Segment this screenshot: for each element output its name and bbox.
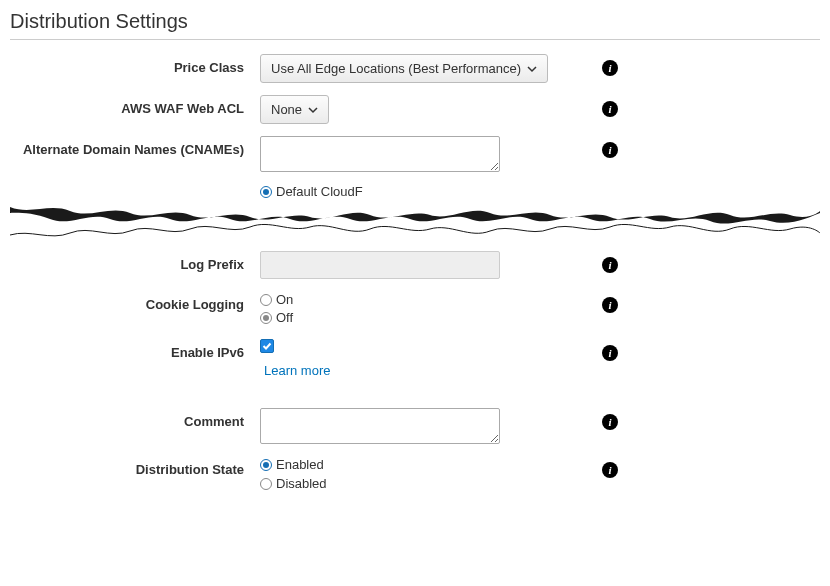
waf-value: None bbox=[271, 102, 302, 117]
learn-more-link[interactable]: Learn more bbox=[264, 363, 330, 378]
price-class-select[interactable]: Use All Edge Locations (Best Performance… bbox=[260, 54, 548, 83]
label-cookie-logging: Cookie Logging bbox=[10, 291, 260, 313]
label-price-class: Price Class bbox=[10, 54, 260, 76]
state-disabled-radio[interactable] bbox=[260, 478, 272, 490]
label-cnames: Alternate Domain Names (CNAMEs) bbox=[10, 136, 260, 158]
ssl-default-radio[interactable] bbox=[260, 186, 272, 198]
chevron-down-icon bbox=[527, 64, 537, 74]
label-comment: Comment bbox=[10, 408, 260, 430]
info-icon[interactable]: i bbox=[602, 142, 618, 158]
comment-textarea[interactable] bbox=[260, 408, 500, 444]
cookie-on-radio[interactable] bbox=[260, 294, 272, 306]
settings-panel: Distribution Settings Price Class Use Al… bbox=[10, 10, 820, 493]
fragment-ssl-row: Default CloudF bbox=[10, 184, 820, 199]
price-class-value: Use All Edge Locations (Best Performance… bbox=[271, 61, 521, 76]
cnames-textarea[interactable] bbox=[260, 136, 500, 172]
info-icon[interactable]: i bbox=[602, 60, 618, 76]
cookie-off-radio[interactable] bbox=[260, 312, 272, 324]
info-icon[interactable]: i bbox=[602, 414, 618, 430]
chevron-down-icon bbox=[308, 105, 318, 115]
label-enable-ipv6: Enable IPv6 bbox=[10, 339, 260, 361]
state-enabled-radio[interactable] bbox=[260, 459, 272, 471]
cookie-off-label: Off bbox=[276, 309, 293, 327]
row-waf: AWS WAF Web ACL None i bbox=[10, 95, 820, 124]
log-prefix-input[interactable] bbox=[260, 251, 500, 279]
row-log-prefix: Log Prefix i bbox=[10, 251, 820, 279]
state-disabled-label: Disabled bbox=[276, 475, 327, 493]
label-log-prefix: Log Prefix bbox=[10, 251, 260, 273]
row-distribution-state: Distribution State Enabled Disabled i bbox=[10, 456, 820, 492]
info-icon[interactable]: i bbox=[602, 297, 618, 313]
row-price-class: Price Class Use All Edge Locations (Best… bbox=[10, 54, 820, 83]
label-distribution-state: Distribution State bbox=[10, 456, 260, 478]
torn-edge-break bbox=[10, 201, 820, 247]
waf-select[interactable]: None bbox=[260, 95, 329, 124]
cookie-on-label: On bbox=[276, 291, 293, 309]
row-cnames: Alternate Domain Names (CNAMEs) i bbox=[10, 136, 820, 172]
page-title: Distribution Settings bbox=[10, 10, 820, 40]
info-icon[interactable]: i bbox=[602, 101, 618, 117]
ssl-default-label-fragment: Default CloudF bbox=[276, 184, 363, 199]
info-icon[interactable]: i bbox=[602, 462, 618, 478]
row-enable-ipv6: Enable IPv6 Learn more i bbox=[10, 339, 820, 378]
ipv6-checkbox[interactable] bbox=[260, 339, 274, 353]
row-cookie-logging: Cookie Logging On Off i bbox=[10, 291, 820, 327]
label-waf: AWS WAF Web ACL bbox=[10, 95, 260, 117]
info-icon[interactable]: i bbox=[602, 257, 618, 273]
check-icon bbox=[262, 341, 272, 351]
state-enabled-label: Enabled bbox=[276, 456, 324, 474]
row-comment: Comment i bbox=[10, 408, 820, 444]
info-icon[interactable]: i bbox=[602, 345, 618, 361]
